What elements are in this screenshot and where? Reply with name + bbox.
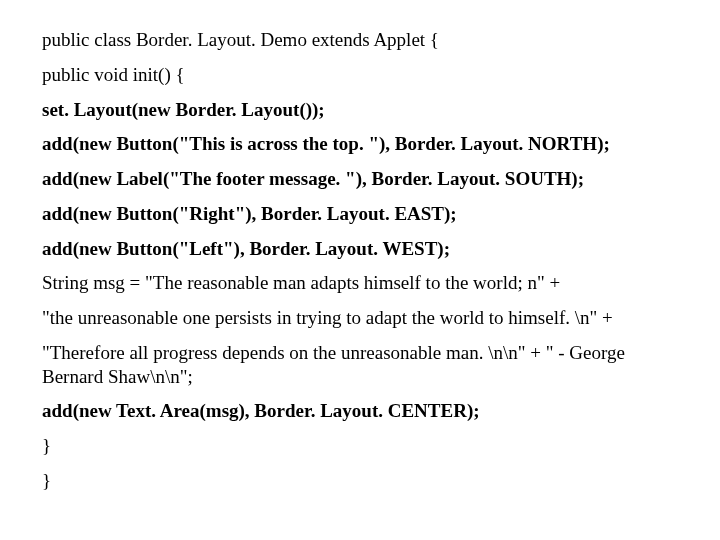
- code-line: add(new Button("Right"), Border. Layout.…: [42, 202, 678, 226]
- code-line: add(new Button("This is across the top. …: [42, 132, 678, 156]
- code-line: String msg = "The reasonable man adapts …: [42, 271, 678, 295]
- code-line: add(new Text. Area(msg), Border. Layout.…: [42, 399, 678, 423]
- code-line: "Therefore all progress depends on the u…: [42, 341, 678, 389]
- code-line: add(new Label("The footer message. "), B…: [42, 167, 678, 191]
- code-line: public class Border. Layout. Demo extend…: [42, 28, 678, 52]
- code-line: "the unreasonable one persists in trying…: [42, 306, 678, 330]
- code-line: }: [42, 434, 678, 458]
- slide-content: public class Border. Layout. Demo extend…: [0, 0, 720, 493]
- code-line: add(new Button("Left"), Border. Layout. …: [42, 237, 678, 261]
- code-line: set. Layout(new Border. Layout());: [42, 98, 678, 122]
- code-line: public void init() {: [42, 63, 678, 87]
- code-line: }: [42, 469, 678, 493]
